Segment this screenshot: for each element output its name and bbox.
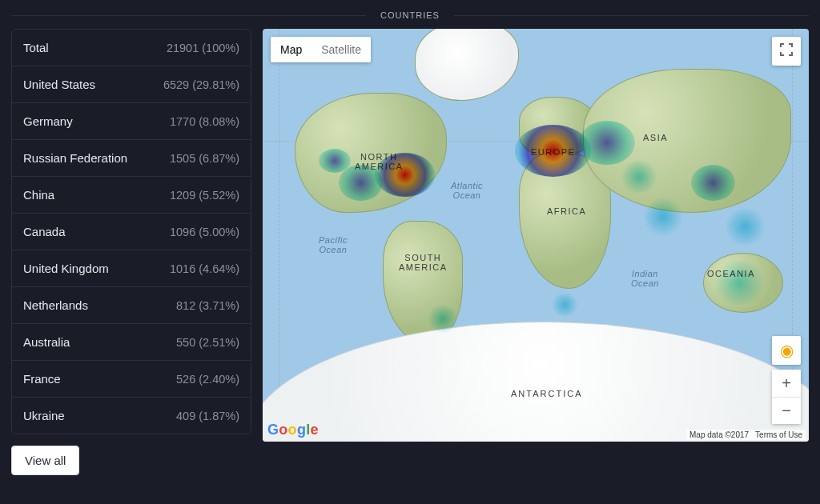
map-gridline [279, 29, 279, 442]
row-name: Total [23, 41, 49, 54]
table-row[interactable]: Netherlands 812 (3.71%) [12, 287, 251, 324]
terms-of-use-link[interactable]: Terms of Use [755, 430, 802, 439]
table-row[interactable]: China 1209 (5.52%) [12, 177, 251, 214]
countries-table: Total 21901 (100%) United States 6529 (2… [11, 29, 251, 434]
row-value: 409 (1.87%) [176, 410, 239, 422]
row-name: Germany [23, 114, 73, 128]
map-data-text: Map data ©2017 [689, 430, 749, 439]
section-title: COUNTRIES [11, 8, 809, 22]
row-name: United Kingdom [23, 262, 109, 275]
row-value: 812 (3.71%) [176, 299, 239, 312]
fullscreen-icon [780, 43, 793, 59]
row-value: 6529 (29.81%) [163, 78, 239, 91]
row-name: Canada [23, 225, 66, 238]
row-value: 21901 (100%) [167, 42, 239, 54]
table-row[interactable]: United States 6529 (29.81%) [12, 66, 251, 103]
zoom-out-button[interactable]: − [772, 397, 801, 424]
streetview-pegman[interactable]: ◉ [772, 336, 801, 365]
fullscreen-button[interactable] [772, 37, 801, 66]
map-type-map-button[interactable]: Map [271, 37, 312, 62]
row-name: China [23, 188, 54, 202]
map-type-satellite-button[interactable]: Satellite [312, 37, 371, 62]
table-row[interactable]: Total 21901 (100%) [12, 30, 251, 66]
land-australia [703, 253, 783, 313]
row-value: 1016 (4.64%) [170, 262, 239, 275]
view-all-button[interactable]: View all [11, 446, 79, 475]
land-greenland [415, 29, 519, 101]
map-label-indian: Indian Ocean [631, 269, 659, 288]
heat-blob [551, 293, 579, 317]
table-row[interactable]: Russian Federation 1505 (6.87%) [12, 140, 251, 177]
row-value: 1770 (8.08%) [170, 115, 239, 128]
table-row[interactable]: France 526 (2.40%) [12, 361, 251, 398]
row-name: Netherlands [23, 298, 88, 312]
row-value: 550 (2.51%) [176, 336, 239, 349]
table-row[interactable]: Canada 1096 (5.00%) [12, 214, 251, 250]
row-name: United States [23, 78, 95, 91]
table-row[interactable]: United Kingdom 1016 (4.64%) [12, 250, 251, 287]
table-row[interactable]: Germany 1770 (8.08%) [12, 103, 251, 140]
row-name: Australia [23, 335, 70, 349]
land-south-america [383, 221, 463, 345]
map-type-control: Map Satellite [271, 37, 371, 62]
table-row[interactable]: Australia 550 (2.51%) [12, 324, 251, 361]
row-name: Russian Federation [23, 151, 127, 165]
row-name: France [23, 372, 61, 386]
pegman-icon: ◉ [780, 341, 794, 360]
zoom-control: + − [772, 370, 801, 424]
row-value: 526 (2.40%) [176, 373, 239, 386]
row-value: 1096 (5.00%) [170, 226, 239, 238]
table-row[interactable]: Ukraine 409 (1.87%) [12, 398, 251, 434]
land-asia [583, 69, 791, 213]
row-name: Ukraine [23, 409, 65, 422]
land-antarctica [263, 322, 809, 442]
google-logo: Google [267, 422, 319, 438]
row-value: 1209 (5.52%) [170, 189, 239, 202]
map-label-pacific: Pacific Ocean [319, 235, 348, 254]
row-value: 1505 (6.87%) [170, 152, 239, 165]
heatmap-world-map[interactable]: NORTH AMERICA SOUTH AMERICA EUROPE AFRIC… [263, 29, 809, 442]
map-attribution: Map data ©2017 Terms of Use [686, 430, 806, 440]
zoom-in-button[interactable]: + [772, 370, 801, 397]
